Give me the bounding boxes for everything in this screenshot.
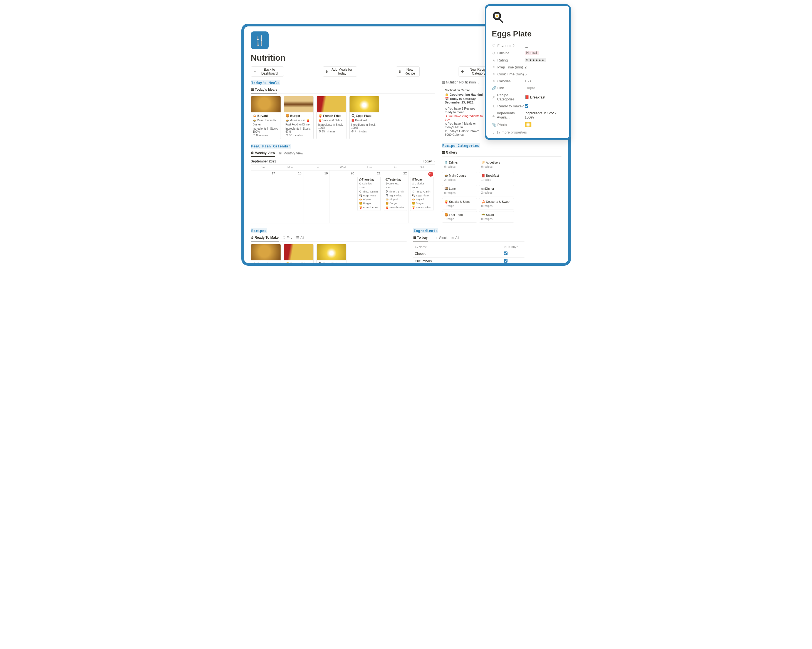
recipe-category-card[interactable]: 🥟 Appetisers 0 recipes xyxy=(479,159,514,170)
calendar-cell[interactable]: 17 xyxy=(251,171,277,223)
recipe-category-card[interactable]: 🍔 Fast Food 1 recipe xyxy=(442,211,477,223)
photo-icon: 📎 xyxy=(492,123,496,127)
property-row-rating[interactable]: ★Rating5 ★★★★★ xyxy=(492,57,564,64)
ingredient-name: Cheese xyxy=(413,250,502,258)
meal-card[interactable]: 🍔 Burger 🍲 Main Course 🍟 Fast Food 🍽 Din… xyxy=(284,96,314,139)
calendar-cell[interactable]: 22@Yesterday ⊙ Calories: 3000 ⏱ Time: 72… xyxy=(382,171,409,223)
notification-line: ⊙ Today's Calorie Intake: 3000 Calories xyxy=(445,129,483,136)
property-row-avail[interactable]: ΣIngredients Availa...Ingredients in Sto… xyxy=(492,110,564,121)
tab-to-buy[interactable]: ⊞ To buy xyxy=(413,235,428,241)
new-recipe-button[interactable]: ⊕ New Recipe xyxy=(396,67,420,76)
ingredients-section: Ingredients ⊞ To buy ⊞ In Stock ⊞ All Aa… xyxy=(413,228,525,266)
more-properties-toggle[interactable]: ⌄ 17 more properties xyxy=(492,130,564,134)
meal-thumbnail xyxy=(251,244,281,260)
property-row-favourite[interactable]: ♡Favourite? xyxy=(492,42,564,49)
back-to-dashboard-button[interactable]: ← Back to Dashboard xyxy=(251,67,284,76)
event-item: 🍟 French Fries xyxy=(385,206,406,209)
tab-monthly-view[interactable]: 🗓 Monthly View xyxy=(279,150,303,157)
recipe-category-card[interactable]: 🍱 Lunch 0 recipes xyxy=(442,185,477,196)
meal-card[interactable]: 🍟 French Fries 🍟 Snacks & Sides Ingredie… xyxy=(316,96,346,139)
event-calories: ⊙ Calories: 3000 xyxy=(412,182,432,190)
category-name: 🥤 Drinks xyxy=(444,161,475,164)
photo-thumbnail[interactable] xyxy=(525,122,531,127)
calendar-cell[interactable]: 21@Thursday ⊙ Calories: 3000 ⏱ Time: 72 … xyxy=(356,171,382,223)
recipe-category-card[interactable]: 🍲 Main Course 2 recipes xyxy=(442,172,477,183)
category-name: 🍲 Main Course xyxy=(444,174,475,177)
side-panel-title: Eggs Plate xyxy=(492,29,564,38)
recipe-category-card[interactable]: 🥗 Salad 0 recipes xyxy=(479,211,514,223)
category-name: 📕 Breakfast xyxy=(481,174,512,177)
meal-card[interactable]: 🍛 Biryani 🍲 Main Course 🍽 Dinner Ingredi… xyxy=(251,96,281,139)
new-recipe-label: New Recipe xyxy=(402,67,417,75)
cuisine-icon: ⊙ xyxy=(492,51,496,55)
recipe-category-card[interactable]: 📕 Breakfast 1 recipe xyxy=(479,172,514,183)
property-row-calories[interactable]: #Calories150 xyxy=(492,78,564,85)
calendar-cell[interactable]: 20 xyxy=(330,171,356,223)
event-item: 🍛 Biryani xyxy=(385,197,406,202)
meal-stock: Ingredients in Stock: 100% xyxy=(253,127,279,133)
weekly-label: Weekly View xyxy=(255,151,275,155)
tab-gallery[interactable]: ▦ Gallery xyxy=(442,150,458,156)
recipe-category-card[interactable]: 🥤 Drinks 0 recipes xyxy=(442,159,477,170)
photo-label: Photo xyxy=(498,123,507,127)
prep-icon: # xyxy=(492,65,496,69)
categories-label: Recipe Categories xyxy=(497,93,525,101)
calendar-cell[interactable]: 23@Today ⊙ Calories: 3000 ⏱ Time: 72 min… xyxy=(409,171,435,223)
to-buy-checkbox[interactable] xyxy=(504,252,508,255)
calendar-day-number: 19 xyxy=(324,172,328,175)
calendar-cell[interactable]: 18 xyxy=(277,171,304,223)
calendar-today-button[interactable]: Today xyxy=(423,159,432,163)
tab-all-recipes[interactable]: ☰ All xyxy=(296,235,304,241)
calendar-day-number: 21 xyxy=(377,172,380,175)
add-meals-button[interactable]: ⊕ Add Meals for Today xyxy=(323,67,357,76)
ready-checkbox[interactable] xyxy=(525,104,528,108)
meal-card[interactable]: 🍛 Biryani 🍲 Main Course 🍽 Dinner Ingredi… xyxy=(251,244,281,266)
calendar-cell[interactable]: 19 xyxy=(304,171,330,223)
col-name: Aa Name xyxy=(413,244,502,250)
ingredient-row[interactable]: Cucumbers xyxy=(413,258,525,265)
property-row-photo[interactable]: 📎Photo xyxy=(492,121,564,128)
calendar-event[interactable]: @Yesterday ⊙ Calories: 3000 ⏱ Time: 72 m… xyxy=(384,177,407,211)
meal-card[interactable]: 🍟 French Fries 🍟 Snacks & Sides Ingredie… xyxy=(284,244,314,266)
col-to-buy: ☑ To buy? xyxy=(502,244,525,250)
calendar-event[interactable]: @Thursday ⊙ Calories: 3000 ⏱ Time: 72 mi… xyxy=(357,177,381,211)
tab-in-stock[interactable]: ⊞ In Stock xyxy=(432,235,447,241)
tab-weekly-view[interactable]: 🗓 Weekly View xyxy=(251,150,275,157)
calendar-event[interactable]: @Today ⊙ Calories: 3000 ⏱ Time: 72 min 🍳… xyxy=(410,177,433,211)
property-row-cook[interactable]: #Cook Time (min)5 xyxy=(492,71,564,78)
event-title: @Yesterday xyxy=(385,178,406,181)
meal-title: 🍔 Burger xyxy=(285,114,312,118)
chevron-down-icon: ⌄ xyxy=(492,130,495,134)
event-item: 🍔 Burger xyxy=(385,202,406,205)
tab-todays-meals[interactable]: ▦ Today's Meals xyxy=(251,87,278,93)
recipe-category-card[interactable]: 🍽 Dinner 2 recipes xyxy=(479,185,514,196)
ingredient-row[interactable]: Cheese xyxy=(413,250,525,258)
meal-thumbnail xyxy=(284,96,313,112)
meal-title: 🍛 Biryani xyxy=(253,262,279,266)
favourite-checkbox[interactable] xyxy=(525,44,528,47)
calendar-next-icon[interactable]: › xyxy=(434,159,435,163)
meal-card[interactable]: 🍳 Eggs Plate 📕 Breakfast Ingredients in … xyxy=(349,96,379,139)
property-row-link[interactable]: 🔗LinkEmpty xyxy=(492,85,564,92)
recipe-category-card[interactable]: 🍟 Snacks & Sides 1 recipe xyxy=(442,198,477,209)
calendar-prev-icon[interactable]: ‹ xyxy=(419,159,420,163)
to-buy-checkbox[interactable] xyxy=(504,259,508,263)
notification-centre-label: Notification Centre xyxy=(445,89,483,92)
calendar-day-number: 20 xyxy=(351,172,354,175)
tab-all-ingredients[interactable]: ⊞ All xyxy=(451,235,459,241)
meal-card[interactable]: 🍳 Eggs Plate 📕 Breakfast Ingredients in … xyxy=(316,244,346,266)
tab-ready-to-make[interactable]: ⊙ Ready To Make xyxy=(251,235,279,241)
cuisine-label: Cuisine xyxy=(498,51,510,55)
category-name: 🍔 Fast Food xyxy=(444,213,475,217)
tab-fav[interactable]: ♡ Fav xyxy=(282,235,292,241)
recipe-category-card[interactable]: 🍰 Desserts & Sweet 0 recipes xyxy=(479,198,514,209)
chevron-down-icon[interactable]: ⌄ xyxy=(477,80,480,84)
property-row-ready[interactable]: ΣReady to make? xyxy=(492,103,564,110)
meal-thumbnail xyxy=(284,244,313,260)
property-row-cuisine[interactable]: ⊙CuisineNeutral xyxy=(492,49,564,57)
calendar-day-number: 23 xyxy=(428,172,433,177)
property-row-categories[interactable]: ↗Recipe Categories📕 Breakfast xyxy=(492,92,564,103)
category-name: 🍟 Snacks & Sides xyxy=(444,200,475,204)
property-row-prep[interactable]: #Prep Time (min)2 xyxy=(492,64,564,71)
meal-stock: Ingredients in Stock: 100% xyxy=(318,123,345,129)
